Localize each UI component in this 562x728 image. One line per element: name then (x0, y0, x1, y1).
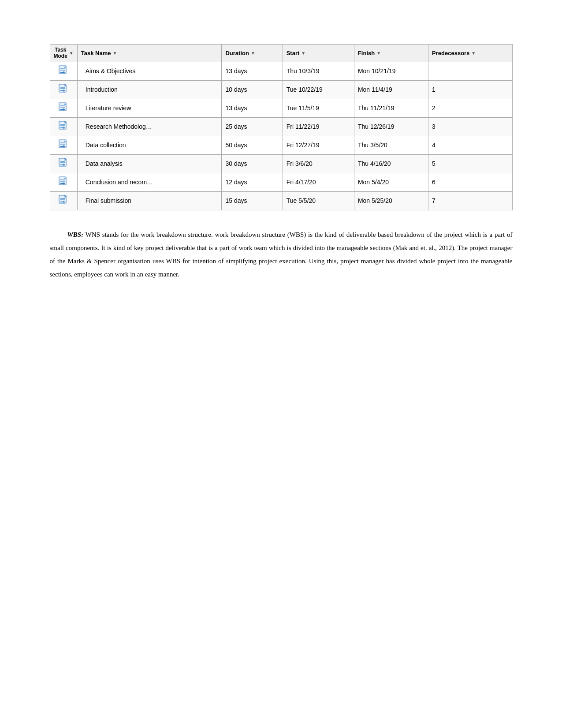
start-cell: Tue 10/22/19 (283, 80, 354, 99)
task-mode-icon (57, 157, 70, 169)
predecessors-cell: 1 (428, 80, 512, 99)
duration-cell: 25 days (222, 117, 283, 136)
finish-cell: Mon 10/21/19 (354, 62, 428, 80)
start-cell: Tue 5/5/20 (283, 191, 354, 210)
wbs-paragraph-section: WBS: WNS stands for the work breakdown s… (50, 228, 513, 281)
predecessors-cell: 3 (428, 117, 512, 136)
duration-cell: 30 days (222, 154, 283, 173)
task-mode-arrow[interactable]: ▼ (69, 51, 74, 56)
start-cell: Fri 4/17/20 (283, 173, 354, 191)
task-name-arrow[interactable]: ▼ (112, 51, 117, 56)
col-header-task-name[interactable]: Task Name ▼ (77, 45, 222, 62)
predecessors-label: Predecessors (432, 50, 469, 56)
task-mode-icon (57, 64, 70, 77)
task-mode-cell (50, 80, 77, 99)
start-cell: Fri 3/6/20 (283, 154, 354, 173)
start-cell: Fri 12/27/19 (283, 136, 354, 154)
duration-cell: 10 days (222, 80, 283, 99)
finish-cell: Thu 4/16/20 (354, 154, 428, 173)
finish-cell: Mon 5/25/20 (354, 191, 428, 210)
task-mode-icon (57, 120, 70, 132)
table-row: Data collection50 daysFri 12/27/19Thu 3/… (50, 136, 512, 154)
table-row: Literature review13 daysTue 11/5/19Thu 1… (50, 99, 512, 117)
task-name-cell: Data analysis (77, 154, 222, 173)
finish-cell: Mon 11/4/19 (354, 80, 428, 99)
task-name-cell: Aims & Objectives (77, 62, 222, 80)
task-mode-cell (50, 173, 77, 191)
start-cell: Thu 10/3/19 (283, 62, 354, 80)
start-label: Start (287, 50, 300, 56)
task-mode-icon (57, 83, 70, 95)
duration-cell: 13 days (222, 62, 283, 80)
finish-label: Finish (358, 50, 375, 56)
col-header-predecessors[interactable]: Predecessors ▼ (428, 45, 512, 62)
wbs-paragraph: WBS: WNS stands for the work breakdown s… (50, 228, 513, 281)
col-header-duration[interactable]: Duration ▼ (222, 45, 283, 62)
task-mode-icon (57, 101, 70, 114)
task-name-cell: Literature review (77, 99, 222, 117)
predecessors-cell (428, 62, 512, 80)
duration-cell: 50 days (222, 136, 283, 154)
task-mode-icon (57, 194, 70, 206)
finish-cell: Thu 11/21/19 (354, 99, 428, 117)
task-mode-icon (57, 138, 70, 151)
predecessors-cell: 5 (428, 154, 512, 173)
wbs-label: WBS: (67, 231, 84, 238)
table-row: Data analysis30 daysFri 3/6/20Thu 4/16/2… (50, 154, 512, 173)
task-name-label: Task Name (81, 50, 111, 56)
start-arrow[interactable]: ▼ (301, 51, 305, 56)
table-header-row: TaskMode ▼ Task Name ▼ Duration ▼ (50, 45, 512, 62)
task-name-cell: Conclusion and recom… (77, 173, 222, 191)
duration-cell: 15 days (222, 191, 283, 210)
predecessors-arrow[interactable]: ▼ (471, 51, 476, 56)
table-row: Introduction10 daysTue 10/22/19Mon 11/4/… (50, 80, 512, 99)
finish-cell: Thu 3/5/20 (354, 136, 428, 154)
task-name-cell: Final submission (77, 191, 222, 210)
predecessors-cell: 4 (428, 136, 512, 154)
duration-cell: 12 days (222, 173, 283, 191)
task-name-cell: Research Methodolog… (77, 117, 222, 136)
task-mode-cell (50, 191, 77, 210)
wbs-text: WNS stands for the work breakdown struct… (50, 231, 513, 278)
finish-cell: Thu 12/26/19 (354, 117, 428, 136)
start-cell: Fri 11/22/19 (283, 117, 354, 136)
table-row: Conclusion and recom…12 daysFri 4/17/20M… (50, 173, 512, 191)
task-mode-cell (50, 154, 77, 173)
task-name-cell: Data collection (77, 136, 222, 154)
task-mode-cell (50, 62, 77, 80)
predecessors-cell: 7 (428, 191, 512, 210)
duration-arrow[interactable]: ▼ (251, 51, 255, 56)
project-schedule-table: TaskMode ▼ Task Name ▼ Duration ▼ (50, 44, 513, 210)
task-mode-icon (57, 175, 70, 188)
col-header-finish[interactable]: Finish ▼ (354, 45, 428, 62)
table-row: Research Methodolog…25 daysFri 11/22/19T… (50, 117, 512, 136)
task-mode-cell (50, 117, 77, 136)
start-cell: Tue 11/5/19 (283, 99, 354, 117)
task-mode-cell (50, 99, 77, 117)
finish-cell: Mon 5/4/20 (354, 173, 428, 191)
duration-cell: 13 days (222, 99, 283, 117)
task-name-cell: Introduction (77, 80, 222, 99)
predecessors-cell: 2 (428, 99, 512, 117)
table-row: Final submission15 daysTue 5/5/20Mon 5/2… (50, 191, 512, 210)
col-header-start[interactable]: Start ▼ (283, 45, 354, 62)
table-row: Aims & Objectives13 daysThu 10/3/19Mon 1… (50, 62, 512, 80)
duration-label: Duration (225, 50, 249, 56)
col-header-task-mode[interactable]: TaskMode ▼ (50, 45, 77, 62)
task-mode-cell (50, 136, 77, 154)
gantt-table-container: TaskMode ▼ Task Name ▼ Duration ▼ (50, 44, 513, 210)
finish-arrow[interactable]: ▼ (376, 51, 381, 56)
predecessors-cell: 6 (428, 173, 512, 191)
task-mode-label: TaskMode (54, 47, 67, 60)
